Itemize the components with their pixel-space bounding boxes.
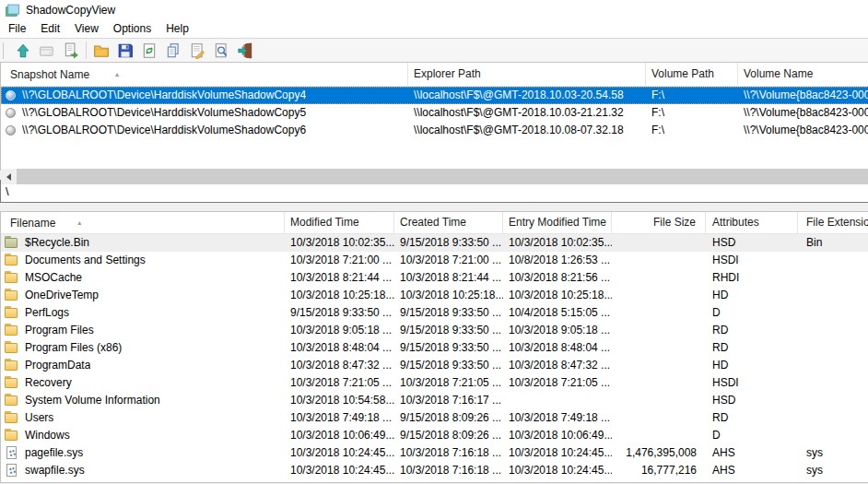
file-row[interactable]: $Recycle.Bin10/3/2018 10:02:35...9/15/20… [1,234,868,252]
refresh-button[interactable] [137,40,161,61]
attributes-cell: HSD [706,234,798,252]
export-icon [63,42,79,59]
file-row[interactable]: pagefile.sys10/3/2018 10:24:45...10/3/20… [1,444,868,462]
folder-icon [5,429,19,443]
entry-modified-time-cell: 10/3/2018 10:06:49... [503,427,612,444]
shadow-copy-icon [6,125,16,136]
folder-icon [5,289,19,302]
attributes-cell: RD [706,322,798,339]
column-header-filename[interactable]: Filename▴ [1,212,285,233]
filename-text: swapfile.sys [25,462,85,479]
column-header-attributes[interactable]: Attributes [706,212,798,233]
file-row[interactable]: Documents and Settings10/3/2018 7:21:00 … [1,252,868,269]
column-header-modified-time[interactable]: Modified Time [285,212,394,233]
filename-text: System Volume Information [25,392,160,409]
folder-dim-icon [5,236,19,250]
file-extension-cell [798,427,868,444]
system-file-icon [5,464,19,478]
column-header-file-size[interactable]: File Size [612,212,706,233]
menu-view[interactable]: View [67,20,106,38]
file-row[interactable]: System Volume Information10/3/2018 10:54… [1,392,868,409]
file-extension-cell [798,252,868,269]
volume-name-cell: \\?\Volume{b8ac8423-0000 [738,104,868,122]
file-size-cell [612,287,706,304]
created-time-cell: 9/15/2018 9:33:50 ... [394,304,503,322]
folder-icon [5,254,19,267]
scrollbar-thumb[interactable] [17,169,868,184]
attributes-cell: AHS [706,462,798,479]
scroll-left-button[interactable] [1,169,17,184]
menu-file[interactable]: File [1,20,33,38]
shadow-copy-icon [6,90,16,100]
exit-button[interactable] [233,40,257,61]
files-header-row: Filename▴ Modified Time Created Time Ent… [1,212,868,234]
attributes-cell: HD [706,357,798,374]
copy-button[interactable] [161,40,185,61]
snapshot-name-text: \\?\GLOBALROOT\Device\HarddiskVolumeShad… [22,87,306,104]
file-size-cell: 1,476,395,008 [612,444,706,462]
attributes-cell: HSDI [706,374,798,392]
file-row[interactable]: MSOCache10/3/2018 8:21:44 ...10/3/2018 8… [1,269,868,287]
volume-name-cell: \\?\Volume{b8ac8423-0000 [738,122,868,139]
find-button[interactable] [209,40,233,61]
menu-options[interactable]: Options [106,20,158,38]
column-header-entry-modified-time[interactable]: Entry Modified Time [503,212,612,233]
horizontal-scrollbar[interactable] [1,169,868,184]
filename-text: Documents and Settings [25,252,146,269]
file-extension-cell [798,269,868,287]
column-header-file-extension[interactable]: File Extension [798,212,868,233]
column-header-volume-name[interactable]: Volume Name [738,63,868,86]
file-row[interactable]: PerfLogs9/15/2018 9:33:50 ...9/15/2018 9… [1,304,868,322]
snapshot-row[interactable]: \\?\GLOBALROOT\Device\HarddiskVolumeShad… [1,104,868,122]
snapshot-row[interactable]: \\?\GLOBALROOT\Device\HarddiskVolumeShad… [1,122,868,139]
created-time-cell: 10/3/2018 7:21:05 ... [394,374,503,392]
file-row[interactable]: Users10/3/2018 7:49:18 ...9/15/2018 8:09… [1,409,868,427]
modified-time-cell: 10/3/2018 10:02:35... [285,234,394,252]
file-row[interactable]: ProgramData10/3/2018 8:47:32 ...9/15/201… [1,357,868,374]
file-row[interactable]: Program Files10/3/2018 9:05:18 ...9/15/2… [1,322,868,339]
filename-cell: pagefile.sys [1,444,285,462]
folder-icon [5,376,19,390]
volume-name-cell: \\?\Volume{b8ac8423-0000 [738,87,868,104]
column-header-volume-path[interactable]: Volume Path [646,63,738,86]
find-icon [213,42,229,59]
save-button[interactable] [113,40,137,61]
file-row[interactable]: OneDriveTemp10/3/2018 10:25:18...10/3/20… [1,287,868,304]
open-snapshot-icon [39,42,55,59]
menu-edit[interactable]: Edit [33,20,67,38]
snapshot-row[interactable]: \\?\GLOBALROOT\Device\HarddiskVolumeShad… [1,87,868,104]
created-time-cell: 10/3/2018 7:16:18 ... [394,462,503,479]
file-size-cell [612,409,706,427]
open-in-explorer-button[interactable] [89,40,113,61]
properties-button[interactable] [185,40,209,61]
filename-cell: Recovery [1,374,285,392]
created-time-cell: 9/15/2018 8:09:26 ... [394,409,503,427]
file-row[interactable]: swapfile.sys10/3/2018 10:24:45...10/3/20… [1,462,868,479]
attributes-cell: RD [706,409,798,427]
folder-icon [5,411,19,425]
created-time-cell: 9/15/2018 9:33:50 ... [394,357,503,374]
column-header-explorer-path[interactable]: Explorer Path [408,63,646,86]
filename-cell: Documents and Settings [1,252,285,269]
column-header-snapshot-name[interactable]: Snapshot Name▴ [1,63,408,86]
scroll-left-arrow-icon [6,173,11,181]
modified-time-cell: 10/3/2018 7:21:00 ... [285,252,394,269]
file-row[interactable]: Windows10/3/2018 10:06:49...9/15/2018 8:… [1,427,868,444]
folder-icon [5,306,19,320]
modified-time-cell: 10/3/2018 10:24:45... [285,462,394,479]
exit-icon [237,42,253,59]
filename-cell: Program Files [1,322,285,339]
entry-modified-time-cell: 10/4/2018 5:15:05 ... [503,304,612,322]
menu-help[interactable]: Help [158,20,196,38]
files-pane: Filename▴ Modified Time Created Time Ent… [0,211,868,483]
file-row[interactable]: Recovery10/3/2018 7:21:05 ...10/3/2018 7… [1,374,868,392]
open-snapshot-button[interactable] [35,40,59,61]
file-row[interactable]: Program Files (x86)10/3/2018 8:48:04 ...… [1,339,868,357]
file-extension-cell [798,322,868,339]
go-up-button[interactable] [11,40,35,61]
export-button[interactable] [59,40,83,61]
column-header-created-time[interactable]: Created Time [394,212,503,233]
file-extension-cell: Bin [798,234,868,252]
folder-icon [5,324,19,337]
snapshot-name-cell: \\?\GLOBALROOT\Device\HarddiskVolumeShad… [1,104,408,122]
